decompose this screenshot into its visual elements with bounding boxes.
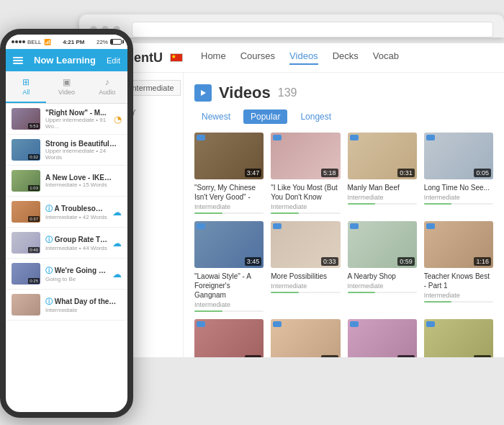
nav-links: Home Courses Videos Decks Vocab (201, 50, 399, 65)
video-thumbnail: 3:47 (194, 133, 264, 179)
video-card[interactable]: 3:45 "Laowai Style" - A Foreigner's Gang… (194, 221, 264, 312)
level-bar (271, 292, 340, 293)
videos-count: 139 (278, 86, 297, 99)
nav-courses[interactable]: Courses (240, 50, 275, 65)
browser-content: Videos Intermediate DIFFICULTY All Video… (79, 73, 504, 357)
list-item[interactable]: 5:53 "Right Now" - M... Upper intermedia… (6, 104, 127, 135)
list-item[interactable]: ⓘ What Day of the Week Is It? Intermedia… (6, 290, 127, 321)
edit-button[interactable]: Edit (107, 56, 120, 65)
browser-controls (90, 22, 493, 37)
video-card[interactable]: 5:18 "I Like You Most (But You Don't Kno… (271, 133, 340, 214)
phone-header: Now Learning Edit (6, 49, 127, 71)
video-title: "Sorry, My Chinese Isn't Very Good" - (194, 183, 264, 202)
list-item[interactable]: 0:37 ⓘ A Troublesome Visa Intermediate •… (6, 197, 127, 228)
list-item[interactable]: 1:03 A New Love - IKEA's Viral... Interm… (6, 166, 127, 197)
item-meta: Intermediate • 15 Words (45, 182, 117, 188)
tab-all[interactable]: ⊞ All (6, 71, 46, 103)
video-thumbnail: 0:33 (194, 319, 264, 357)
item-meta: Upper intermediate • 24 Words (45, 148, 117, 161)
video-grid: 3:47 "Sorry, My Chinese Isn't Very Good"… (194, 133, 493, 357)
language-flag (273, 135, 282, 140)
china-flag (170, 53, 183, 62)
nav-decks[interactable]: Decks (333, 50, 359, 65)
item-title: ⓘ We're Going to Be L... (45, 266, 107, 276)
video-thumbnail: 3:45 (194, 221, 264, 268)
duration-badge: 0:32 (28, 154, 40, 160)
info-icon: ⓘ (45, 205, 53, 212)
video-card[interactable]: 0:09 FluentU: Dinner with a Friend (Full… (424, 319, 493, 357)
video-level: Intermediate (271, 282, 340, 290)
item-info: Strong is Beautiful - Nike Upper interme… (45, 140, 117, 161)
video-title: Manly Man Beef (348, 183, 417, 192)
video-title: Long Time No See... (424, 183, 493, 192)
video-thumbnail: 2:10 (271, 319, 340, 357)
audio-icon: ♪ (105, 77, 109, 87)
svg-marker-0 (201, 90, 206, 96)
video-level: Intermediate (424, 292, 493, 299)
video-card[interactable]: 2:10 Your Father's Elder Brother is Call… (271, 319, 340, 357)
clock: 4:21 PM (63, 39, 84, 45)
list-item[interactable]: 0:32 Strong is Beautiful - Nike Upper in… (6, 135, 127, 166)
tab-video-label: Video (58, 89, 75, 96)
language-flag (197, 223, 205, 229)
nav-videos[interactable]: Videos (289, 50, 318, 65)
video-card[interactable]: 0:33 Countdown to Coffee Intermediate (194, 319, 264, 357)
video-thumbnail: 0:09 (424, 319, 493, 357)
video-level: Intermediate (194, 301, 264, 308)
item-meta: Upper intermediate • 91 Wo... (45, 117, 109, 130)
video-card[interactable]: 0:59 A Nearby Shop Intermediate (348, 221, 417, 312)
progress-icon: ◔ (114, 114, 122, 125)
cloud-download-icon[interactable]: ☁ (112, 238, 122, 249)
language-flag (426, 135, 435, 140)
video-card[interactable]: 1:16 Teacher Knows Best - Part 1 Interme… (424, 221, 493, 312)
level-bar (348, 292, 417, 293)
video-card[interactable]: 0:33 More Possibilities Intermediate (271, 221, 340, 312)
address-bar[interactable] (132, 22, 493, 37)
filter-longest[interactable]: Longest (293, 109, 338, 124)
item-info: ⓘ What Day of the Week Is It? Intermedia… (45, 297, 117, 313)
cloud-download-icon[interactable]: ☁ (112, 269, 122, 279)
nav-home[interactable]: Home (201, 50, 226, 65)
item-meta: Intermediate (45, 307, 117, 313)
duration-badge: 1:16 (474, 257, 491, 266)
fluentu-navbar: 🌐 FluentU Home Courses Videos Decks Voca… (79, 43, 504, 73)
video-level: Intermediate (271, 203, 340, 210)
cloud-download-icon[interactable]: ☁ (112, 207, 122, 218)
video-card[interactable]: 0:42 Why Should I Be With You? Intermedi… (348, 319, 417, 357)
video-card[interactable]: 0:05 Long Time No See... Intermediate (424, 133, 493, 214)
filter-popular[interactable]: Popular (243, 109, 287, 124)
browser-window: 🌐 FluentU Home Courses Videos Decks Voca… (79, 7, 504, 357)
phone-list: 5:53 "Right Now" - M... Upper intermedia… (6, 104, 127, 402)
signal-icon (12, 40, 25, 43)
nav-vocab[interactable]: Vocab (373, 50, 399, 65)
video-level: Intermediate (348, 282, 417, 290)
duration-badge: 0:33 (245, 355, 262, 357)
video-level: Intermediate (424, 194, 493, 201)
tab-video[interactable]: ▣ Video (46, 71, 86, 103)
item-action: ☁ (112, 236, 122, 249)
duration-badge: 0:37 (28, 216, 40, 222)
duration-badge: 0:33 (321, 257, 338, 266)
video-thumbnail (12, 294, 40, 316)
level-bar (194, 310, 264, 312)
video-level: Intermediate (348, 194, 417, 201)
video-card[interactable]: 3:47 "Sorry, My Chinese Isn't Very Good"… (194, 133, 264, 214)
video-thumbnail: 5:53 (12, 108, 40, 130)
videos-header: Videos 139 (194, 84, 493, 102)
item-info: "Right Now" - M... Upper intermediate • … (45, 109, 109, 130)
list-item[interactable]: 0:25 ⓘ We're Going to Be L... Going to B… (6, 259, 127, 290)
duration-badge: 5:53 (28, 123, 40, 129)
menu-icon[interactable] (13, 57, 23, 64)
video-title: More Possibilities (271, 272, 340, 281)
video-card[interactable]: 0:31 Manly Man Beef Intermediate (348, 133, 417, 214)
duration-badge: 0:31 (397, 169, 415, 177)
list-item[interactable]: 0:40 ⓘ Group Rate Tickets Intermediate •… (6, 228, 127, 259)
video-thumbnail: 0:05 (424, 133, 493, 179)
item-meta: Going to Be (45, 276, 107, 282)
level-bar (348, 203, 417, 205)
duration-badge: 0:05 (474, 169, 491, 177)
videos-title: Videos (219, 84, 271, 102)
tab-audio[interactable]: ♪ Audio (87, 71, 127, 103)
video-level: Intermediate (194, 203, 264, 210)
filter-newest[interactable]: Newest (194, 109, 238, 124)
